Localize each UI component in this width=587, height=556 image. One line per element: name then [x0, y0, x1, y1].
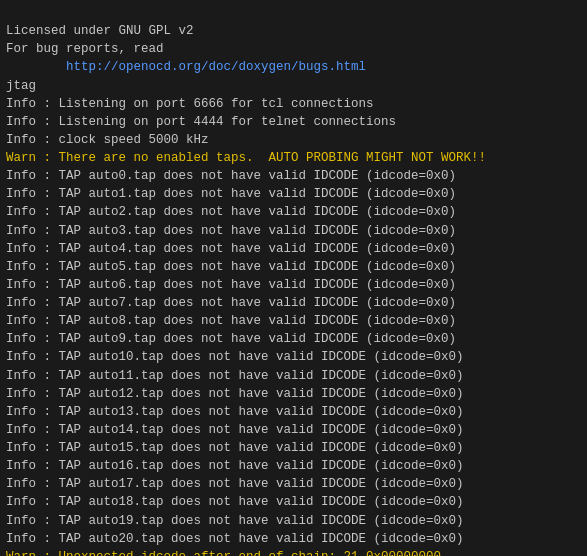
terminal-line: Info : TAP auto19.tap does not have vali… — [6, 512, 581, 530]
terminal-line: Info : TAP auto6.tap does not have valid… — [6, 276, 581, 294]
terminal-line: Info : TAP auto10.tap does not have vali… — [6, 348, 581, 366]
terminal-line: Info : TAP auto9.tap does not have valid… — [6, 330, 581, 348]
terminal-line: Info : TAP auto1.tap does not have valid… — [6, 185, 581, 203]
terminal-line: Info : TAP auto13.tap does not have vali… — [6, 403, 581, 421]
terminal-line: Warn : Unexpected idcode after end of ch… — [6, 548, 581, 556]
terminal-line: Info : TAP auto14.tap does not have vali… — [6, 421, 581, 439]
terminal-line: Info : TAP auto11.tap does not have vali… — [6, 367, 581, 385]
terminal-line: Info : TAP auto17.tap does not have vali… — [6, 475, 581, 493]
terminal-output: Licensed under GNU GPL v2For bug reports… — [6, 4, 581, 556]
terminal-line: Info : TAP auto20.tap does not have vali… — [6, 530, 581, 548]
terminal-line: Info : TAP auto3.tap does not have valid… — [6, 222, 581, 240]
terminal-line: Info : TAP auto5.tap does not have valid… — [6, 258, 581, 276]
terminal-line: jtag — [6, 77, 581, 95]
terminal-line: Info : Listening on port 4444 for telnet… — [6, 113, 581, 131]
terminal-line: Info : TAP auto4.tap does not have valid… — [6, 240, 581, 258]
terminal-line: Licensed under GNU GPL v2 — [6, 22, 581, 40]
terminal-line: Info : clock speed 5000 kHz — [6, 131, 581, 149]
terminal-line: For bug reports, read — [6, 40, 581, 58]
terminal-line: Info : TAP auto7.tap does not have valid… — [6, 294, 581, 312]
terminal-line: Info : TAP auto0.tap does not have valid… — [6, 167, 581, 185]
terminal-line: http://openocd.org/doc/doxygen/bugs.html — [6, 58, 581, 76]
terminal-line: Info : Listening on port 6666 for tcl co… — [6, 95, 581, 113]
terminal-line: Warn : There are no enabled taps. AUTO P… — [6, 149, 581, 167]
terminal-line: Info : TAP auto12.tap does not have vali… — [6, 385, 581, 403]
terminal-line: Info : TAP auto2.tap does not have valid… — [6, 203, 581, 221]
terminal-line: Info : TAP auto15.tap does not have vali… — [6, 439, 581, 457]
terminal-line: Info : TAP auto8.tap does not have valid… — [6, 312, 581, 330]
terminal-line: Info : TAP auto18.tap does not have vali… — [6, 493, 581, 511]
terminal-line: Info : TAP auto16.tap does not have vali… — [6, 457, 581, 475]
